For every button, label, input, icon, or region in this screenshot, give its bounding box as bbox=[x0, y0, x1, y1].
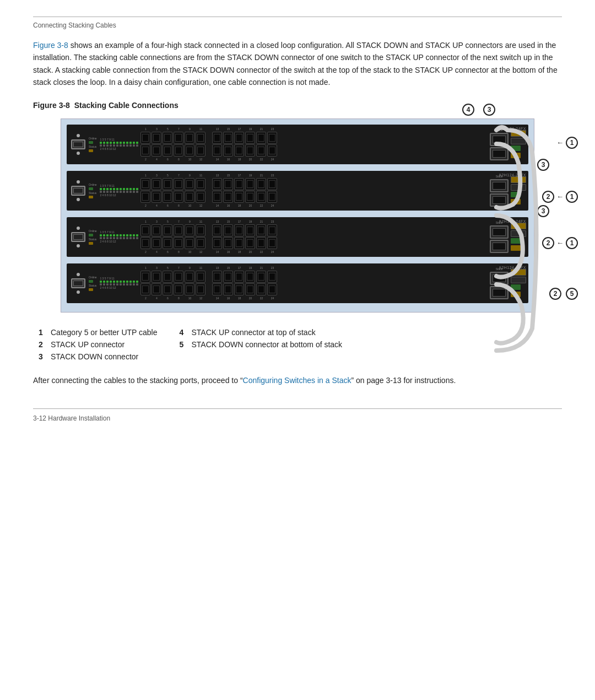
callout-3: 3 bbox=[483, 104, 495, 116]
port bbox=[174, 237, 183, 249]
switch-2: 3 A2H124-24FX Online Status bbox=[67, 171, 528, 211]
port bbox=[163, 283, 172, 295]
switch-2-left: Online Status 1 3 5 7 9 11 bbox=[67, 180, 138, 201]
legend-item-2: 2 STACK UP connector bbox=[39, 340, 158, 349]
model-label-3: A2H124-24FX bbox=[499, 219, 526, 223]
port bbox=[185, 191, 194, 203]
legend-item-3: 3 STACK DOWN connector bbox=[39, 352, 158, 361]
port bbox=[152, 144, 161, 157]
callout-3: 3 bbox=[537, 159, 549, 171]
port bbox=[152, 224, 161, 236]
port bbox=[267, 271, 277, 283]
port bbox=[163, 237, 172, 249]
model-label-1: A2H124-24FX bbox=[499, 127, 526, 131]
legend-item-4: 4 STACK UP connector at top of stack bbox=[180, 328, 343, 337]
led-row-top-1 bbox=[100, 142, 138, 144]
port bbox=[152, 283, 161, 295]
legend-text-3: STACK DOWN connector bbox=[51, 352, 138, 361]
port bbox=[196, 283, 205, 295]
intro-paragraph: Figure 3-8 shows an example of a four-hi… bbox=[33, 39, 562, 89]
switch-4-right: Stack bbox=[490, 267, 528, 299]
console-port-3 bbox=[71, 232, 85, 242]
port bbox=[174, 224, 183, 236]
port bbox=[140, 271, 150, 283]
port bbox=[163, 178, 172, 190]
port bbox=[185, 283, 194, 295]
legend-num-3: 3 bbox=[39, 352, 46, 361]
port bbox=[196, 178, 205, 190]
switch-2-right: Stack bbox=[490, 175, 528, 207]
switch-2-ports: 1 3 5 7 9 11 13 15 17 19 bbox=[138, 174, 490, 207]
switch-4: A2H124-24FX Online Status bbox=[67, 263, 528, 303]
footer-text: 3-12 Hardware Installation bbox=[33, 414, 110, 422]
diagram-container: 4 3 A2H124-24FX bbox=[61, 119, 534, 313]
console-port-2 bbox=[71, 186, 85, 196]
callout-3-sw3: 3 bbox=[537, 205, 549, 217]
port bbox=[196, 224, 205, 236]
port bbox=[185, 237, 194, 249]
switch-unit-2: A2H124-24FX Online Status bbox=[67, 171, 528, 211]
model-label-2: A2H124-24FX bbox=[499, 173, 526, 177]
port bbox=[196, 144, 205, 157]
switch-1-right: Stack bbox=[490, 128, 528, 160]
port bbox=[245, 132, 255, 144]
legend-num-1: 1 bbox=[39, 328, 46, 337]
port bbox=[223, 237, 233, 249]
legend-text-4: STACK UP connector at top of stack bbox=[192, 328, 316, 337]
port bbox=[163, 271, 172, 283]
port bbox=[245, 283, 255, 295]
port bbox=[185, 178, 194, 190]
port bbox=[234, 237, 244, 249]
port bbox=[212, 132, 222, 144]
port bbox=[140, 144, 150, 157]
port bbox=[234, 283, 244, 295]
switch-1: A2H124-24FX Online bbox=[67, 125, 528, 164]
port bbox=[152, 178, 161, 190]
stack-up-port-3 bbox=[490, 240, 509, 253]
port bbox=[212, 283, 222, 295]
callout-2-sw3: 2 bbox=[542, 237, 554, 249]
power-led bbox=[511, 153, 521, 158]
switch-unit-1: A2H124-24FX Online bbox=[67, 125, 528, 164]
after-text-2: ” on page 3-13 for instructions. bbox=[351, 376, 456, 385]
figure-3-8-link[interactable]: Figure 3-8 bbox=[33, 41, 68, 50]
port bbox=[234, 144, 244, 157]
callout-1-sw3: 1 bbox=[566, 237, 578, 249]
port bbox=[223, 271, 233, 283]
port bbox=[267, 178, 277, 190]
legend-text-1: Category 5 or better UTP cable bbox=[51, 328, 158, 337]
legend-text-2: STACK UP connector bbox=[51, 340, 125, 349]
legend-text-5: STACK DOWN connector at bottom of stack bbox=[192, 340, 343, 349]
port bbox=[267, 191, 277, 203]
callout-5-sw4: 5 bbox=[566, 288, 578, 300]
console-port-1 bbox=[71, 139, 85, 149]
stack-up-port-1 bbox=[490, 147, 509, 160]
switch-3-right: Stack bbox=[490, 221, 528, 253]
configuring-switches-link[interactable]: Configuring Switches in a Stack bbox=[243, 376, 351, 385]
switch-1-left: Online Status 1 3 5 7 9 11 bbox=[67, 134, 138, 155]
port bbox=[223, 224, 233, 236]
callout-1-sw2: 1 bbox=[566, 191, 578, 203]
port bbox=[234, 224, 244, 236]
port bbox=[140, 191, 150, 203]
switch-3: 3 A2H124-24FX Online Status bbox=[67, 217, 528, 257]
port bbox=[245, 191, 255, 203]
port bbox=[163, 224, 172, 236]
legend-num-4: 4 bbox=[180, 328, 187, 337]
port bbox=[196, 191, 205, 203]
callout-3-sw3-top: 3 bbox=[537, 205, 549, 217]
breadcrumb: Connecting Stacking Cables bbox=[33, 21, 116, 29]
port bbox=[234, 132, 244, 144]
port bbox=[256, 191, 266, 203]
port bbox=[234, 191, 244, 203]
port bbox=[212, 237, 222, 249]
port bbox=[267, 132, 277, 144]
port bbox=[174, 191, 183, 203]
power-leds-1 bbox=[511, 146, 526, 158]
led-row-bot-1 bbox=[100, 144, 138, 147]
sfp-slot bbox=[511, 138, 526, 144]
after-text-1: After connecting the cables to the stack… bbox=[33, 376, 243, 385]
port bbox=[267, 224, 277, 236]
port bbox=[163, 132, 172, 144]
port bbox=[174, 144, 183, 157]
